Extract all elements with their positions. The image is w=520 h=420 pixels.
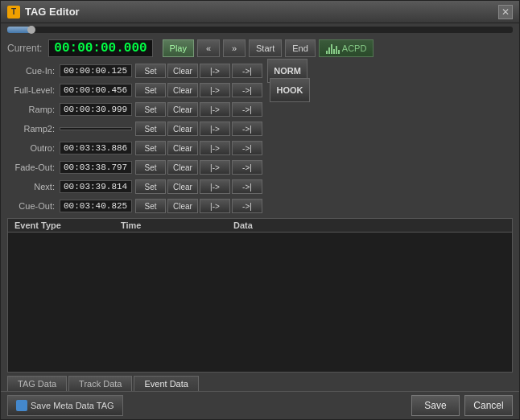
cue-out-arrow-in-btn[interactable]: |-> xyxy=(200,199,230,213)
event-col-data-header: Data xyxy=(233,220,512,230)
title-bar-title: TAG Editor xyxy=(25,6,498,18)
outro-arrow-in-btn[interactable]: |-> xyxy=(200,141,230,155)
full-level-label: Full-Level: xyxy=(7,85,60,95)
cue-in-arrow-in-btn[interactable]: |-> xyxy=(200,64,230,78)
ramp2-label: Ramp2: xyxy=(7,124,60,134)
hook-button[interactable]: HOOK xyxy=(270,78,310,102)
next-arrow-in-btn[interactable]: |-> xyxy=(200,179,230,194)
fade-out-label: Fade-Out: xyxy=(7,163,60,172)
time-display: 00:00:00.000 xyxy=(48,39,152,57)
ramp-label: Ramp: xyxy=(7,105,60,114)
current-label: Current: xyxy=(7,43,42,54)
fade-out-set-btn[interactable]: Set xyxy=(135,160,166,175)
ramp-clear-btn[interactable]: Clear xyxy=(167,102,198,117)
ramp-arrow-out-btn[interactable]: ->| xyxy=(232,102,262,117)
outro-label: Outro: xyxy=(7,143,60,153)
next-set-btn[interactable]: Set xyxy=(135,179,166,194)
title-bar: T TAG Editor ✕ xyxy=(1,1,519,23)
cue-in-clear-btn[interactable]: Clear xyxy=(167,64,198,78)
full-level-clear-btn[interactable]: Clear xyxy=(167,83,198,97)
cue-row-ramp2: Ramp2: Set Clear |-> ->| xyxy=(7,120,513,138)
ramp-set-btn[interactable]: Set xyxy=(135,102,166,117)
ramp-arrow-in-btn[interactable]: |-> xyxy=(200,102,230,117)
cancel-button[interactable]: Cancel xyxy=(464,395,513,416)
event-col-time-header: Time xyxy=(121,220,233,230)
cue-in-label: Cue-In: xyxy=(7,66,60,76)
end-button[interactable]: End xyxy=(285,39,316,57)
full-level-time: 00:00:00.456 xyxy=(60,84,132,97)
fade-out-arrow-out-btn[interactable]: ->| xyxy=(232,160,262,175)
next-buttons: Set Clear |-> ->| xyxy=(135,179,262,194)
fade-out-time: 00:03:38.797 xyxy=(60,161,132,174)
ramp2-arrow-out-btn[interactable]: ->| xyxy=(232,121,262,136)
progress-track[interactable] xyxy=(7,27,513,33)
outro-arrow-out-btn[interactable]: ->| xyxy=(232,141,262,155)
ramp2-set-btn[interactable]: Set xyxy=(135,121,166,136)
save-meta-tag-button[interactable]: Save Meta Data TAG xyxy=(7,395,123,416)
save-meta-label: Save Meta Data TAG xyxy=(31,401,114,410)
progress-bar-row xyxy=(1,23,519,36)
transport-row: Current: 00:00:00.000 Play « » Start End… xyxy=(1,36,519,60)
cue-out-set-btn[interactable]: Set xyxy=(135,199,166,213)
next-label: Next: xyxy=(7,182,60,191)
cue-in-buttons: Set Clear |-> ->| xyxy=(135,64,262,78)
cue-row-cue-in: Cue-In: 00:00:00.125 Set Clear |-> ->| N… xyxy=(7,62,513,80)
play-button[interactable]: Play xyxy=(163,39,194,57)
outro-buttons: Set Clear |-> ->| xyxy=(135,141,262,155)
tabs-row: TAG Data Track Data Event Data xyxy=(1,376,519,391)
ramp2-arrow-in-btn[interactable]: |-> xyxy=(200,121,230,136)
cue-rows-container: Cue-In: 00:00:00.125 Set Clear |-> ->| N… xyxy=(1,60,519,218)
next-button[interactable]: » xyxy=(223,39,246,57)
tab-event-data[interactable]: Event Data xyxy=(134,376,198,391)
cue-out-label: Cue-Out: xyxy=(7,201,60,211)
start-button[interactable]: Start xyxy=(249,39,282,57)
progress-handle[interactable] xyxy=(27,26,35,34)
event-table: Event Type Time Data xyxy=(7,218,513,373)
full-level-arrow-out-btn[interactable]: ->| xyxy=(232,83,262,97)
tab-track-data[interactable]: Track Data xyxy=(68,376,132,391)
outro-clear-btn[interactable]: Clear xyxy=(167,141,198,155)
fade-out-buttons: Set Clear |-> ->| xyxy=(135,160,262,175)
cue-in-set-btn[interactable]: Set xyxy=(135,64,166,78)
cue-in-arrow-out-btn[interactable]: ->| xyxy=(232,64,262,78)
cue-out-clear-btn[interactable]: Clear xyxy=(167,199,198,213)
full-level-buttons: Set Clear |-> ->| xyxy=(135,83,262,97)
save-meta-icon xyxy=(16,400,27,411)
cue-out-time: 00:03:40.825 xyxy=(60,200,132,212)
close-button[interactable]: ✕ xyxy=(498,5,513,19)
outro-set-btn[interactable]: Set xyxy=(135,141,166,155)
event-table-header: Event Type Time Data xyxy=(8,219,512,233)
bottom-row: Save Meta Data TAG Save Cancel xyxy=(1,391,519,419)
full-level-arrow-in-btn[interactable]: |-> xyxy=(200,83,230,97)
cue-in-time: 00:00:00.125 xyxy=(60,64,132,77)
cue-row-fade-out: Fade-Out: 00:03:38.797 Set Clear |-> ->| xyxy=(7,159,513,176)
cue-row-next: Next: 00:03:39.814 Set Clear |-> ->| xyxy=(7,178,513,196)
cue-out-buttons: Set Clear |-> ->| xyxy=(135,199,262,213)
acpd-label: ACPD xyxy=(342,43,367,53)
cue-row-outro: Outro: 00:03:33.886 Set Clear |-> ->| xyxy=(7,139,513,157)
prev-button[interactable]: « xyxy=(197,39,220,57)
title-bar-icon: T xyxy=(7,6,20,19)
next-time: 00:03:39.814 xyxy=(60,180,132,193)
ramp2-time xyxy=(60,127,132,130)
cue-row-ramp: Ramp: 00:00:30.999 Set Clear |-> ->| xyxy=(7,101,513,118)
tag-editor-window: T TAG Editor ✕ Current: 00:00:00.000 Pla… xyxy=(0,0,520,420)
ramp2-buttons: Set Clear |-> ->| xyxy=(135,121,262,136)
event-col-type-header: Event Type xyxy=(8,220,121,230)
cue-out-arrow-out-btn[interactable]: ->| xyxy=(232,199,262,213)
ramp-buttons: Set Clear |-> ->| xyxy=(135,102,262,117)
save-button[interactable]: Save xyxy=(411,395,460,416)
next-arrow-out-btn[interactable]: ->| xyxy=(232,179,262,194)
ramp-time: 00:00:30.999 xyxy=(60,103,132,116)
tab-tag-data[interactable]: TAG Data xyxy=(7,376,67,391)
fade-out-arrow-in-btn[interactable]: |-> xyxy=(200,160,230,175)
full-level-set-btn[interactable]: Set xyxy=(135,83,166,97)
fade-out-clear-btn[interactable]: Clear xyxy=(167,160,198,175)
cue-row-cue-out: Cue-Out: 00:03:40.825 Set Clear |-> ->| xyxy=(7,197,513,215)
next-clear-btn[interactable]: Clear xyxy=(167,179,198,194)
acpd-button[interactable]: ACPD xyxy=(319,39,374,57)
acpd-wave-icon xyxy=(326,43,340,54)
event-area: Event Type Time Data Event Editor Add Tr… xyxy=(7,218,513,373)
ramp2-clear-btn[interactable]: Clear xyxy=(167,121,198,136)
outro-time: 00:03:33.886 xyxy=(60,142,132,154)
